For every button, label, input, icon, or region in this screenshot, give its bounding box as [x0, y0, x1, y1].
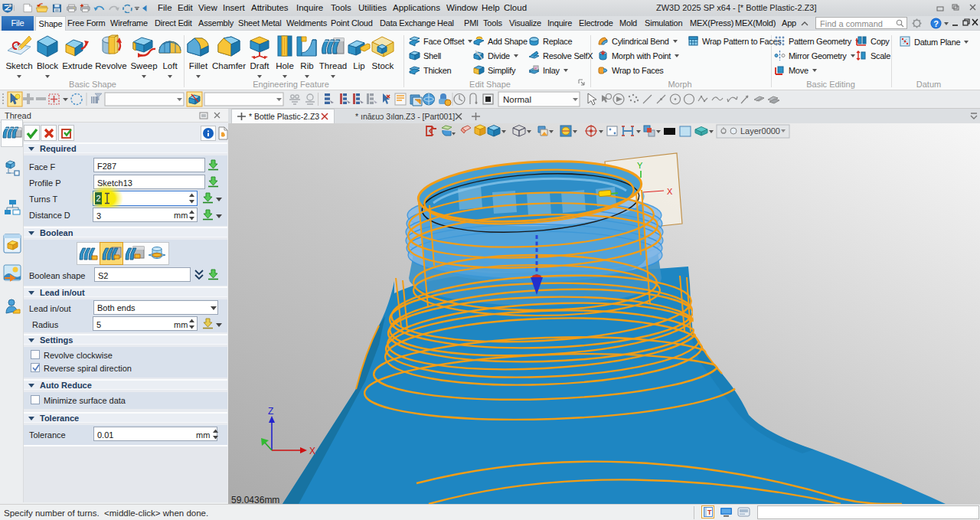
svg-text:Y: Y [637, 161, 643, 170]
svg-text:?: ? [933, 19, 939, 28]
svg-text:Normal: Normal [503, 95, 531, 104]
svg-text:T: T [707, 509, 712, 516]
svg-text:X: X [309, 446, 315, 456]
svg-text:59.0436mm: 59.0436mm [231, 495, 279, 504]
svg-text:Z: Z [268, 406, 273, 417]
svg-text:Layer0000: Layer0000 [740, 126, 780, 136]
svg-text:X: X [667, 187, 673, 196]
